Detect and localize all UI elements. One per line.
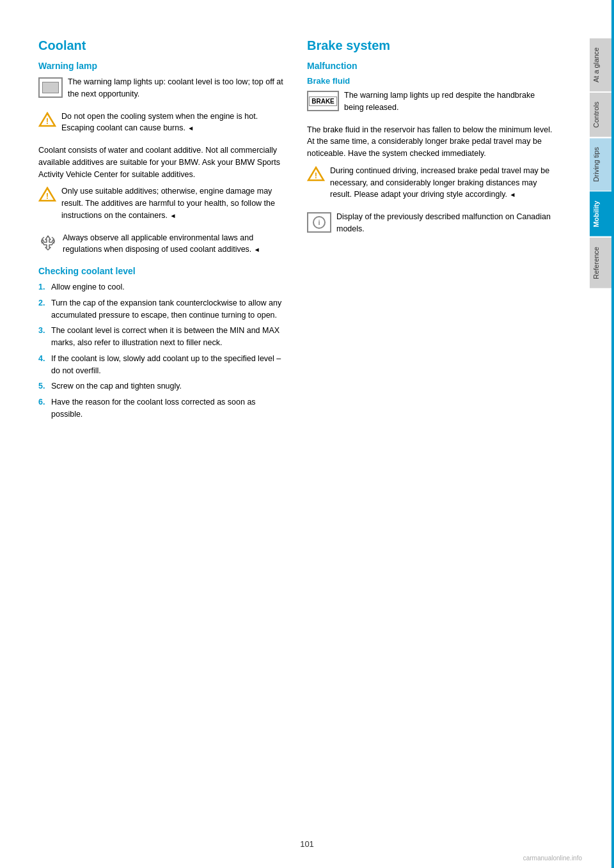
step-4: 4. If the coolant is low, slowly add coo… <box>38 353 288 377</box>
step-1-num: 1. <box>38 281 47 293</box>
step-3-text: The coolant level is correct when it is … <box>51 325 288 349</box>
step-2-num: 2. <box>38 297 47 322</box>
step-3: 3. The coolant level is correct when it … <box>38 325 288 349</box>
sidebar-tab-at-a-glance[interactable]: At a glance <box>590 38 613 91</box>
coolant-warning-icon <box>38 77 63 98</box>
coolant-icon-inner <box>42 82 59 93</box>
svg-text:!: ! <box>315 171 317 180</box>
caution-triangle-icon-1: ! <box>38 112 56 127</box>
step-4-text: If the coolant is low, slowly add coolan… <box>51 353 288 377</box>
malfunction-subtitle: Malfunction <box>307 61 556 71</box>
brake-label-text: BRAKE <box>309 97 337 106</box>
brake-fluid-para-1: The brake fluid in the reservoir has fal… <box>307 124 556 160</box>
page-number: 101 <box>300 839 314 849</box>
step-2: 2. Turn the cap of the expansion tank co… <box>38 297 288 322</box>
svg-text:!: ! <box>46 116 49 126</box>
sidebar-tab-reference[interactable]: Reference <box>590 238 613 288</box>
coolant-para-1: Coolant consists of water and coolant ad… <box>38 144 288 180</box>
sidebar-tabs: At a glance Controls Driving tips Mobili… <box>588 0 614 288</box>
step-4-num: 4. <box>38 353 47 377</box>
right-sidebar: At a glance Controls Driving tips Mobili… <box>588 0 614 868</box>
brake-caution-triangle-icon: ! <box>307 166 325 182</box>
checking-coolant-subtitle: Checking coolant level <box>38 266 288 276</box>
coolant-section-title: Coolant <box>38 38 288 53</box>
caution-1-text: Do not open the cooling system when the … <box>61 111 288 135</box>
canadian-info-icon: i <box>307 212 331 233</box>
eco-text: Always observe all applicable environmen… <box>63 232 288 256</box>
step-1-text: Allow engine to cool. <box>51 281 125 293</box>
warning-lamp-text: The warning lamp lights up: coolant leve… <box>68 76 288 100</box>
step-6: 6. Have the reason for the coolant loss … <box>38 396 288 421</box>
caution-block-1: ! Do not open the cooling system when th… <box>38 111 288 140</box>
sidebar-blue-line <box>611 0 614 868</box>
watermark: carmanualonline.info <box>523 855 582 862</box>
brake-lamp-block: BRAKE The warning lamp lights up red des… <box>307 89 556 119</box>
step-2-text: Turn the cap of the expansion tank count… <box>51 297 288 322</box>
brake-warning-icon: BRAKE <box>307 91 339 111</box>
brake-fluid-subsubtitle: Brake fluid <box>307 76 556 86</box>
sidebar-tab-driving-tips[interactable]: Driving tips <box>590 138 613 190</box>
coolant-steps-list: 1. Allow engine to cool. 2. Turn the cap… <box>38 281 288 421</box>
brake-caution-block: ! During continued driving, increased br… <box>307 165 556 206</box>
brake-lamp-text: The warning lamp lights up red despite t… <box>344 89 556 114</box>
caution-block-2: ! Only use suitable additives; otherwise… <box>38 185 288 226</box>
step-5: 5. Screw on the cap and tighten snugly. <box>38 380 288 392</box>
caution-triangle-icon-2: ! <box>38 187 56 202</box>
eco-block: Always observe all applicable environmen… <box>38 232 288 261</box>
caution-2-text: Only use suitable additives; otherwise, … <box>61 185 288 221</box>
right-column: Brake system Malfunction Brake fluid BRA… <box>307 38 556 830</box>
step-5-num: 5. <box>38 380 47 392</box>
step-6-num: 6. <box>38 396 47 421</box>
canadian-models-block: i Display of the previously described ma… <box>307 211 556 240</box>
sidebar-tab-mobility[interactable]: Mobility <box>590 192 613 236</box>
step-1: 1. Allow engine to cool. <box>38 281 288 293</box>
sidebar-tab-controls[interactable]: Controls <box>590 93 613 137</box>
step-5-text: Screw on the cap and tighten snugly. <box>51 380 182 392</box>
svg-text:!: ! <box>46 191 49 201</box>
brake-caution-text: During continued driving, increased brak… <box>330 165 556 201</box>
canadian-text: Display of the previously described malf… <box>336 211 556 235</box>
info-circle-icon: i <box>313 216 326 229</box>
eco-recycle-icon <box>38 233 58 251</box>
left-column: Coolant Warning lamp The warning lamp li… <box>38 38 288 830</box>
warning-lamp-subtitle: Warning lamp <box>38 61 288 71</box>
brake-section-title: Brake system <box>307 38 556 53</box>
step-3-num: 3. <box>38 325 47 349</box>
step-6-text: Have the reason for the coolant loss cor… <box>51 396 288 421</box>
warning-lamp-block: The warning lamp lights up: coolant leve… <box>38 76 288 105</box>
